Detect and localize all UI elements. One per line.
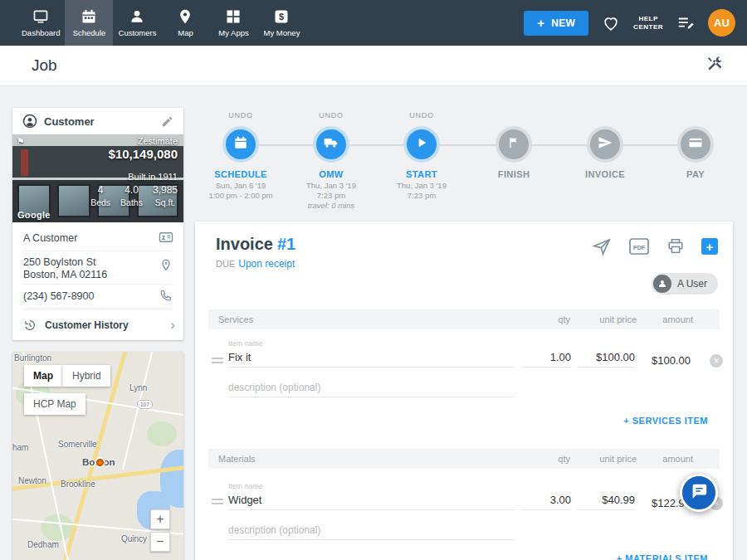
add-invoice-button[interactable]: + [701, 238, 718, 255]
step-invoice-label: INVOICE [559, 169, 651, 179]
add-materials-item-link[interactable]: + MATERIALS ITEM [617, 553, 708, 560]
calendar-icon [81, 8, 97, 25]
undo-schedule-link[interactable]: UNDO [195, 111, 286, 119]
map-type-map-button[interactable]: Map [24, 365, 62, 387]
undo-omw-link[interactable]: UNDO [286, 111, 377, 119]
nav-schedule[interactable]: Schedule [65, 0, 113, 46]
flag-icon: ⚑ [17, 136, 25, 147]
nav-my-money[interactable]: $ My Money [257, 0, 305, 46]
map-road [122, 352, 154, 470]
step-schedule-label: SCHEDULE [195, 169, 286, 179]
invoice-due: DUEUpon receipt [216, 258, 295, 270]
history-clock-icon [23, 319, 37, 332]
nav-my-apps[interactable]: My Apps [209, 0, 257, 46]
step-omw-time: 7:23 pm [281, 191, 381, 200]
customer-name: A Customer [23, 232, 77, 244]
beds-value: 4 [98, 184, 104, 196]
dollar-icon: $ [273, 8, 290, 25]
pdf-label: PDF [633, 245, 646, 251]
map-pin-icon [177, 8, 193, 25]
baths-value: 4.0 [124, 184, 139, 196]
help-center-link[interactable]: HELP CENTER [633, 15, 663, 32]
hcp-map-button[interactable]: HCP Map [24, 393, 85, 415]
truck-icon [323, 134, 339, 154]
customer-history-label: Customer History [45, 319, 129, 331]
material-qty-input[interactable] [521, 490, 571, 510]
due-label: DUE [216, 259, 235, 269]
nav-my-money-label: My Money [264, 28, 300, 37]
map-type-controls: Map Hybrid [24, 365, 110, 387]
step-omw-button[interactable] [316, 129, 346, 159]
heart-icon[interactable] [602, 14, 620, 32]
zestimate-label: Zestimate [90, 136, 178, 146]
map-card: Burlington Lynn 107 Somerville Boston Ne… [12, 352, 183, 560]
job-tools-icon[interactable] [706, 55, 724, 76]
item-name-label: Item name [228, 482, 263, 490]
edit-pencil-icon[interactable] [161, 115, 173, 128]
page-title: Job [32, 56, 57, 75]
drag-handle[interactable] [212, 358, 223, 366]
location-pin-icon[interactable] [159, 259, 173, 275]
divider [23, 251, 173, 251]
map-type-hybrid-button[interactable]: Hybrid [62, 365, 110, 387]
apps-grid-icon [225, 8, 242, 25]
step-schedule-date: Sun, Jan 6 '19 [191, 181, 290, 190]
chat-fab-button[interactable] [680, 474, 718, 512]
phone-icon[interactable] [159, 289, 173, 305]
person-icon [129, 8, 145, 25]
google-watermark: Google [17, 210, 51, 220]
drag-handle[interactable] [212, 499, 223, 507]
map-label: Brookline [61, 480, 95, 489]
stepper-connector [241, 144, 696, 146]
zoom-out-button[interactable]: − [150, 532, 170, 552]
material-item-name-input[interactable] [228, 490, 515, 510]
zestimate-value: $10,149,080 [90, 147, 178, 161]
invoice-number: #1 [277, 235, 295, 253]
notes-edit-icon[interactable] [676, 14, 695, 32]
step-schedule-time: 1:00 pm - 2:00 pm [191, 191, 290, 200]
material-description-input[interactable] [228, 520, 515, 540]
step-start-button[interactable] [407, 129, 437, 159]
service-qty-input[interactable] [521, 348, 571, 368]
service-item-name-input[interactable] [228, 348, 515, 368]
service-amount: $100.00 [652, 354, 691, 367]
due-value-link[interactable]: Upon receipt [238, 258, 295, 270]
user-avatar[interactable]: AU [708, 9, 735, 37]
material-unit-price-input[interactable] [577, 490, 635, 510]
zoom-in-button[interactable]: + [150, 509, 170, 529]
chevron-right-icon: › [170, 318, 175, 332]
service-unit-price-input[interactable] [577, 348, 635, 368]
undo-start-link[interactable]: UNDO [376, 111, 467, 119]
step-finish-button[interactable] [499, 129, 529, 159]
nav-dashboard[interactable]: Dashboard [17, 0, 65, 46]
finish-flag-icon [507, 136, 520, 153]
step-pay-button[interactable] [681, 129, 710, 159]
sqft-label: Sq.ft. [155, 197, 176, 207]
contact-card-icon[interactable] [159, 230, 173, 248]
map-canvas[interactable]: Burlington Lynn 107 Somerville Boston Ne… [12, 352, 183, 560]
add-services-item-link[interactable]: + SERVICES ITEM [623, 416, 708, 426]
pdf-icon[interactable]: PDF [628, 237, 650, 256]
nav-map-label: Map [178, 28, 193, 37]
send-invoice-icon[interactable] [592, 236, 612, 256]
service-description-input[interactable] [228, 377, 515, 397]
step-schedule-button[interactable] [226, 129, 256, 159]
print-icon[interactable] [666, 237, 685, 256]
remove-service-item-button[interactable]: ✕ [710, 354, 723, 368]
customer-card-title: Customer [44, 115, 95, 128]
job-location-marker[interactable] [96, 459, 104, 466]
new-button[interactable]: + NEW [524, 11, 588, 36]
customer-address-line1: 250 Boylston St [23, 256, 96, 268]
item-name-label: Item name [228, 339, 263, 348]
assignee-chip[interactable]: A User [652, 273, 718, 295]
photo-decoration [21, 149, 28, 176]
navbar-right: + NEW HELP CENTER AU [524, 0, 747, 46]
top-navbar: Dashboard Schedule Customers Map My Apps… [0, 0, 747, 46]
nav-map[interactable]: Map [161, 0, 209, 46]
nav-customers[interactable]: Customers [113, 0, 161, 46]
customer-history-row[interactable]: Customer History › [12, 309, 183, 340]
step-invoice-button[interactable] [590, 129, 620, 159]
step-start-label: START [376, 169, 467, 179]
nav-customers-label: Customers [119, 28, 157, 37]
step-start-time: 7:23 pm [372, 191, 471, 200]
